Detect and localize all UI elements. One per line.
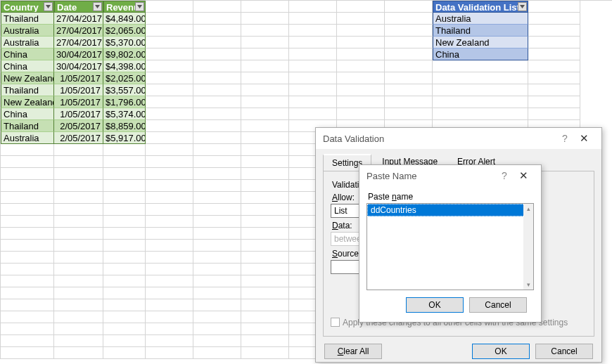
cell[interactable]: [103, 228, 146, 240]
cell[interactable]: [146, 299, 193, 311]
cell[interactable]: [193, 96, 241, 108]
cell[interactable]: [241, 323, 289, 335]
cell[interactable]: [146, 287, 193, 299]
cell[interactable]: [146, 275, 193, 287]
table-cell[interactable]: $2,065.00: [103, 25, 146, 37]
cell[interactable]: [241, 72, 289, 84]
cell[interactable]: [146, 311, 193, 323]
cell[interactable]: [146, 323, 193, 335]
cell[interactable]: [146, 120, 193, 132]
cell[interactable]: [54, 323, 103, 335]
cell[interactable]: [289, 84, 337, 96]
table-cell[interactable]: 1/05/2017: [54, 84, 103, 96]
cell[interactable]: [54, 192, 103, 204]
table-cell[interactable]: Australia: [1, 37, 54, 48]
scroll-down-icon[interactable]: ▾: [523, 280, 533, 290]
cell[interactable]: [146, 347, 193, 359]
scroll-up-icon[interactable]: ▴: [523, 204, 533, 214]
cell[interactable]: [54, 204, 103, 216]
cell[interactable]: [289, 1, 337, 13]
cell[interactable]: [146, 60, 193, 72]
table-cell[interactable]: $2,025.00: [103, 72, 146, 84]
cell[interactable]: [103, 335, 146, 347]
cell[interactable]: [241, 180, 289, 192]
table-cell[interactable]: 30/04/2017: [54, 48, 103, 60]
cell[interactable]: [146, 240, 193, 252]
cell[interactable]: [54, 275, 103, 287]
cell[interactable]: [337, 1, 385, 13]
table-cell[interactable]: China: [1, 108, 54, 120]
cell[interactable]: [193, 275, 241, 287]
cell[interactable]: [193, 168, 241, 180]
cell[interactable]: [146, 48, 193, 60]
column-header[interactable]: Country: [1, 1, 54, 13]
cell[interactable]: [103, 156, 146, 168]
cell[interactable]: [146, 25, 193, 37]
help-icon[interactable]: ?: [556, 133, 573, 144]
table-cell[interactable]: $3,557.00: [103, 84, 146, 96]
cell[interactable]: [193, 204, 241, 216]
cell[interactable]: [54, 311, 103, 323]
cell[interactable]: [146, 180, 193, 192]
cell[interactable]: [241, 311, 289, 323]
cell[interactable]: [241, 156, 289, 168]
cell[interactable]: [193, 144, 241, 156]
table-cell[interactable]: China: [1, 48, 54, 60]
cell[interactable]: [1, 347, 54, 359]
cell[interactable]: [289, 96, 337, 108]
cell[interactable]: [337, 72, 385, 84]
cell[interactable]: [54, 299, 103, 311]
cell[interactable]: [103, 240, 146, 252]
cell[interactable]: [54, 156, 103, 168]
cell[interactable]: [337, 60, 385, 72]
close-icon[interactable]: ✕: [573, 132, 594, 145]
cell[interactable]: [385, 37, 433, 48]
cell[interactable]: [241, 275, 289, 287]
cell[interactable]: [241, 37, 289, 48]
cell[interactable]: [54, 168, 103, 180]
cell[interactable]: [146, 335, 193, 347]
table-cell[interactable]: China: [1, 60, 54, 72]
cell[interactable]: [54, 252, 103, 264]
cell[interactable]: [103, 299, 146, 311]
cell[interactable]: [241, 132, 289, 144]
cell[interactable]: [385, 48, 433, 60]
cell[interactable]: [289, 72, 337, 84]
cell[interactable]: [289, 48, 337, 60]
cell[interactable]: [193, 37, 241, 48]
cell[interactable]: [289, 25, 337, 37]
cell[interactable]: [337, 84, 385, 96]
cell[interactable]: [193, 132, 241, 144]
cell[interactable]: [1, 228, 54, 240]
cell[interactable]: [193, 192, 241, 204]
cell[interactable]: [1, 311, 54, 323]
cell[interactable]: [241, 84, 289, 96]
cell[interactable]: [146, 192, 193, 204]
cell[interactable]: [103, 168, 146, 180]
cell[interactable]: [528, 48, 580, 60]
cancel-button[interactable]: Cancel: [535, 344, 593, 359]
table-cell[interactable]: $4,398.00: [103, 60, 146, 72]
cell[interactable]: [241, 252, 289, 264]
cell[interactable]: [337, 96, 385, 108]
cell[interactable]: [146, 84, 193, 96]
cell[interactable]: [193, 264, 241, 275]
cell[interactable]: [1, 240, 54, 252]
cell[interactable]: [433, 108, 528, 120]
cell[interactable]: [241, 144, 289, 156]
cell[interactable]: [241, 347, 289, 359]
cell[interactable]: [193, 252, 241, 264]
table-cell[interactable]: 2/05/2017: [54, 120, 103, 132]
cell[interactable]: [241, 287, 289, 299]
table-cell[interactable]: Thailand: [433, 25, 528, 37]
cell[interactable]: [241, 228, 289, 240]
cell[interactable]: [433, 72, 528, 84]
column-header[interactable]: Revenue: [103, 1, 146, 13]
ok-button[interactable]: OK: [472, 344, 530, 359]
cell[interactable]: [241, 108, 289, 120]
cell[interactable]: [241, 264, 289, 275]
cell[interactable]: [1, 287, 54, 299]
cell[interactable]: [146, 264, 193, 275]
cell[interactable]: [103, 287, 146, 299]
cell[interactable]: [193, 335, 241, 347]
